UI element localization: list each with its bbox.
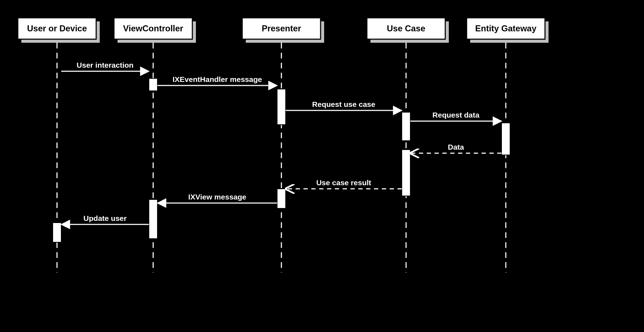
activation-bar <box>402 112 410 141</box>
message-label: User interaction <box>77 61 134 69</box>
message-label: Request use case <box>312 100 375 108</box>
lifeline-label: Entity Gateway <box>475 24 537 33</box>
activation-bar <box>277 189 286 208</box>
message-label: Request data <box>432 111 479 119</box>
activation-bar <box>149 199 157 239</box>
lifeline-label: Use Case <box>387 24 425 33</box>
message-label: Update user <box>83 214 126 222</box>
message-label: Data <box>448 143 464 151</box>
lifeline-label: ViewController <box>123 24 183 33</box>
message-label: IXView message <box>188 193 246 201</box>
activation-bar <box>502 123 510 155</box>
activation-bar <box>402 150 410 196</box>
message-label: IXEventHandler message <box>173 75 262 83</box>
activation-bar <box>53 223 61 242</box>
lifeline-label: User or Device <box>27 24 87 33</box>
message-label: Use case result <box>316 178 371 187</box>
activation-bar <box>277 89 286 125</box>
lifeline-label: Presenter <box>262 24 301 33</box>
activation-bar <box>149 78 157 91</box>
